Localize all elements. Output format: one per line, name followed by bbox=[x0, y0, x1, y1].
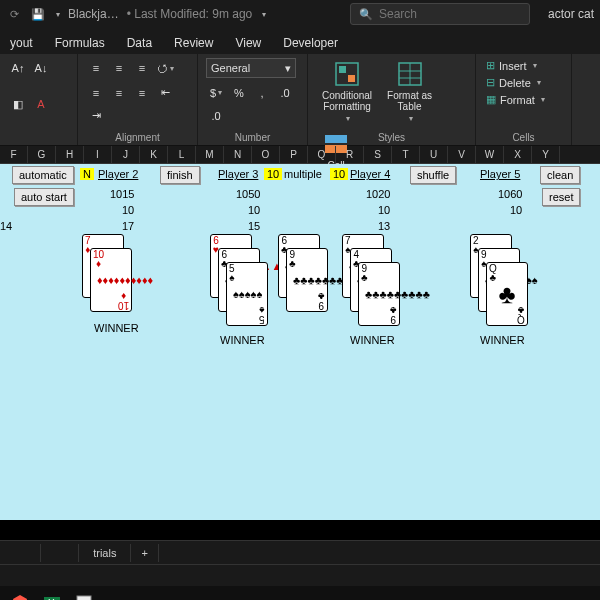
col-header[interactable]: R bbox=[336, 146, 364, 163]
fill-color-icon[interactable]: ◧ bbox=[8, 94, 28, 114]
search-input[interactable] bbox=[379, 7, 521, 21]
quick-access-more[interactable] bbox=[54, 6, 60, 22]
svg-marker-9 bbox=[13, 595, 27, 600]
worksheet[interactable]: automatic N Player 2 finish Player 3 10 … bbox=[0, 164, 600, 520]
col-header[interactable]: Y bbox=[532, 146, 560, 163]
col-header[interactable]: F bbox=[0, 146, 28, 163]
autosave-icon[interactable]: ⟳ bbox=[6, 6, 22, 22]
decrease-font-icon[interactable]: A↓ bbox=[31, 58, 51, 78]
col-header[interactable]: N bbox=[224, 146, 252, 163]
winner-p4: WINNER bbox=[350, 334, 395, 346]
sheet-tab-trials[interactable]: trials bbox=[79, 544, 131, 562]
save-icon[interactable]: 💾 bbox=[30, 6, 46, 22]
player3-label: Player 3 bbox=[218, 168, 258, 180]
player5-label: Player 5 bbox=[480, 168, 520, 180]
col-header[interactable]: Q bbox=[308, 146, 336, 163]
format-as-table-button[interactable]: Format as Table bbox=[381, 58, 438, 125]
decrease-decimal-icon[interactable]: .0 bbox=[206, 106, 226, 126]
scroll-region[interactable] bbox=[0, 520, 600, 540]
percent-icon[interactable]: % bbox=[229, 83, 249, 103]
indent-right-icon[interactable]: ⇥ bbox=[86, 106, 106, 126]
col-header[interactable]: W bbox=[476, 146, 504, 163]
svg-rect-2 bbox=[348, 75, 355, 82]
conditional-formatting-button[interactable]: Conditional Formatting bbox=[316, 58, 378, 125]
svg-rect-12 bbox=[77, 596, 91, 600]
winner-p2: WINNER bbox=[94, 322, 139, 334]
tab-developer[interactable]: Developer bbox=[273, 32, 348, 54]
card-p3x-b: 9♣9♣♣♣♣♣♣♣♣♣♣ bbox=[286, 248, 328, 312]
col-header[interactable]: X bbox=[504, 146, 532, 163]
col-header[interactable]: L bbox=[168, 146, 196, 163]
col-header[interactable]: U bbox=[420, 146, 448, 163]
col-header[interactable]: P bbox=[280, 146, 308, 163]
mode-flag: N bbox=[80, 168, 94, 180]
delete-icon: ⊟ bbox=[486, 76, 495, 89]
group-number: General▾ $ % , .0 .0 Number bbox=[198, 54, 308, 145]
col-header[interactable]: S bbox=[364, 146, 392, 163]
sheet-tab-hidden[interactable] bbox=[40, 544, 79, 562]
align-right-icon[interactable]: ≡ bbox=[132, 83, 152, 103]
score-p3: 15 bbox=[248, 220, 260, 232]
currency-icon[interactable]: $ bbox=[206, 83, 226, 103]
column-headers: F G H I J K L M N O P Q R S T U V W X Y bbox=[0, 146, 600, 164]
group-alignment: ≡ ≡ ≡ ⭯ ≡ ≡ ≡ ⇤ ⇥ Alignment bbox=[78, 54, 198, 145]
tab-view[interactable]: View bbox=[225, 32, 271, 54]
col-header[interactable]: O bbox=[252, 146, 280, 163]
col-header[interactable]: H bbox=[56, 146, 84, 163]
modified-dropdown[interactable] bbox=[260, 6, 266, 22]
score-p2: 17 bbox=[122, 220, 134, 232]
col-header[interactable]: K bbox=[140, 146, 168, 163]
card-p3-c: 5♠5♠♠♠♠♠♠ bbox=[226, 262, 268, 326]
reset-button[interactable]: reset bbox=[542, 188, 580, 206]
align-center-icon[interactable]: ≡ bbox=[109, 83, 129, 103]
taskbar-app-icon[interactable] bbox=[70, 589, 98, 600]
increase-font-icon[interactable]: A↑ bbox=[8, 58, 28, 78]
sheet-tabs: trials + bbox=[0, 540, 600, 564]
align-top-icon[interactable]: ≡ bbox=[86, 58, 106, 78]
multiple-label: multiple bbox=[284, 168, 322, 180]
col-header[interactable]: T bbox=[392, 146, 420, 163]
col-header[interactable]: J bbox=[112, 146, 140, 163]
auto-start-button[interactable]: auto start bbox=[14, 188, 74, 206]
delete-cells-button[interactable]: ⊟Delete bbox=[484, 75, 563, 90]
finish-button[interactable]: finish bbox=[160, 166, 200, 184]
group-label bbox=[8, 132, 69, 143]
format-cells-button[interactable]: ▦Format bbox=[484, 92, 563, 107]
col-header[interactable]: G bbox=[28, 146, 56, 163]
player2-label: Player 2 bbox=[98, 168, 138, 180]
number-format-dropdown[interactable]: General▾ bbox=[206, 58, 296, 78]
group-number-label: Number bbox=[206, 132, 299, 143]
group-cells-label: Cells bbox=[484, 132, 563, 143]
font-color-icon[interactable]: A bbox=[31, 94, 51, 114]
taskbar-excel-icon[interactable]: X bbox=[38, 589, 66, 600]
tab-review[interactable]: Review bbox=[164, 32, 223, 54]
card-p5-c: Q♣Q♣♣ bbox=[486, 262, 528, 326]
orientation-icon[interactable]: ⭯ bbox=[155, 58, 175, 78]
tab-layout[interactable]: yout bbox=[0, 32, 43, 54]
increase-decimal-icon[interactable]: .0 bbox=[275, 83, 295, 103]
bet-p2: 10 bbox=[122, 204, 134, 216]
comma-icon[interactable]: , bbox=[252, 83, 272, 103]
tab-formulas[interactable]: Formulas bbox=[45, 32, 115, 54]
group-cells: ⊞Insert ⊟Delete ▦Format Cells bbox=[476, 54, 572, 145]
shuffle-button[interactable]: shuffle bbox=[410, 166, 456, 184]
clean-button[interactable]: clean bbox=[540, 166, 580, 184]
automatic-button[interactable]: automatic bbox=[12, 166, 74, 184]
insert-icon: ⊞ bbox=[486, 59, 495, 72]
tab-data[interactable]: Data bbox=[117, 32, 162, 54]
align-bottom-icon[interactable]: ≡ bbox=[132, 58, 152, 78]
insert-cells-button[interactable]: ⊞Insert bbox=[484, 58, 563, 73]
search-box[interactable]: 🔍 bbox=[350, 3, 530, 25]
indent-left-icon[interactable]: ⇤ bbox=[155, 83, 175, 103]
col-header[interactable]: V bbox=[448, 146, 476, 163]
ribbon: A↑ A↓ ◧ A ≡ ≡ ≡ ⭯ ≡ ≡ ≡ ⇤ ⇥ Alignment Ge… bbox=[0, 54, 600, 146]
align-middle-icon[interactable]: ≡ bbox=[109, 58, 129, 78]
align-left-icon[interactable]: ≡ bbox=[86, 83, 106, 103]
bet-a: 10 bbox=[264, 168, 282, 180]
user-name[interactable]: actor cat bbox=[548, 7, 594, 21]
card-p4-c: 9♣9♣♣♣♣♣♣♣♣♣♣ bbox=[358, 262, 400, 326]
col-header[interactable]: I bbox=[84, 146, 112, 163]
sheet-tab-add[interactable]: + bbox=[131, 544, 158, 562]
taskbar-brave-icon[interactable] bbox=[6, 589, 34, 600]
col-header[interactable]: M bbox=[196, 146, 224, 163]
